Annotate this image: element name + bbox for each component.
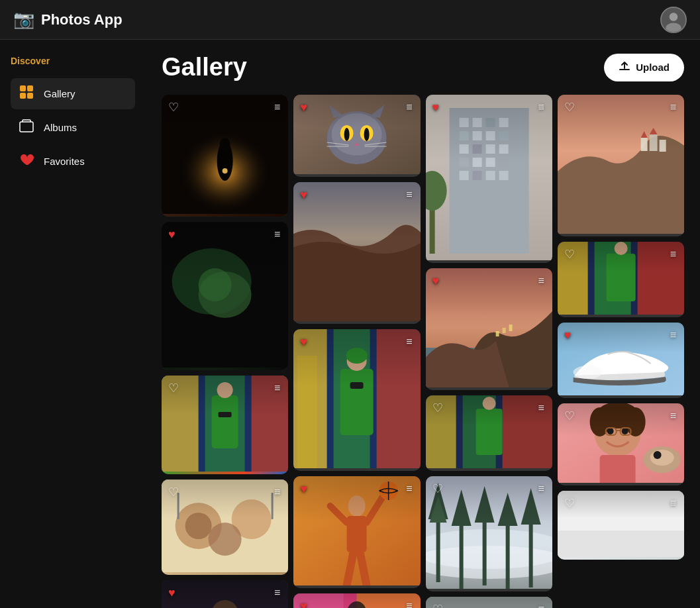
menu-button[interactable]: ≡ — [403, 101, 415, 114]
menu-button[interactable]: ≡ — [403, 335, 415, 348]
menu-button[interactable]: ≡ — [403, 482, 415, 495]
menu-button[interactable]: ≡ — [535, 603, 546, 608]
albums-icon — [19, 119, 34, 136]
photo-col-3: ♥ ≡ — [426, 95, 552, 608]
favorite-button[interactable]: ♥ — [431, 274, 441, 288]
photo-actions: ♥ ≡ — [563, 328, 679, 342]
sidebar-item-gallery[interactable]: Gallery — [11, 78, 135, 109]
albums-label: Albums — [44, 122, 77, 133]
favorite-button[interactable]: ♡ — [167, 100, 180, 115]
menu-button[interactable]: ≡ — [668, 248, 679, 261]
favorite-button[interactable]: ♥ — [431, 100, 441, 115]
main-content: Gallery Upload — [146, 40, 700, 608]
favorites-icon — [19, 152, 34, 170]
photo-actions: ♡ ≡ — [563, 247, 679, 262]
upload-button[interactable]: Upload — [604, 54, 684, 81]
photo-actions: ♡ ≡ — [167, 381, 283, 395]
app-title: Photos App — [41, 11, 123, 28]
menu-button[interactable]: ≡ — [668, 409, 679, 423]
favorite-button[interactable]: ♥ — [563, 328, 573, 342]
camera-icon: 📷 — [13, 9, 34, 30]
photo-card[interactable]: ♥ ≡ — [293, 593, 420, 608]
photo-actions: ♥ ≡ — [299, 100, 415, 115]
app-header: 📷 Photos App — [0, 0, 700, 40]
menu-button[interactable]: ≡ — [535, 482, 546, 495]
photo-card[interactable]: ♥ ≡ — [558, 323, 684, 398]
photo-actions: ♡ ≡ — [431, 602, 547, 608]
photo-card[interactable]: ♡ ≡ — [426, 476, 552, 591]
photo-card[interactable]: ♥ ≡ — [162, 222, 288, 370]
photo-card[interactable]: ♥ ≡ — [293, 95, 420, 177]
photo-card[interactable]: ♡ ≡ — [558, 242, 684, 317]
photo-card[interactable]: ♥ ≡ — [293, 182, 420, 324]
menu-button[interactable]: ≡ — [272, 381, 283, 395]
favorite-button[interactable]: ♡ — [431, 401, 444, 415]
favorite-button[interactable]: ♥ — [299, 187, 309, 202]
photo-actions: ♡ ≡ — [563, 496, 679, 511]
svg-rect-7 — [20, 122, 33, 132]
menu-button[interactable]: ≡ — [272, 485, 283, 499]
photo-col-1: ♡ ≡ ♥ — [162, 95, 288, 608]
photo-col-2: ♥ ≡ — [293, 95, 420, 608]
photo-card[interactable]: ♡ ≡ — [162, 376, 288, 474]
menu-button[interactable]: ≡ — [668, 101, 679, 114]
menu-button[interactable]: ≡ — [535, 401, 546, 415]
menu-button[interactable]: ≡ — [272, 586, 283, 599]
favorite-button[interactable]: ♡ — [563, 409, 576, 423]
menu-button[interactable]: ≡ — [668, 329, 679, 342]
favorite-button[interactable]: ♡ — [431, 481, 444, 496]
menu-button[interactable]: ≡ — [272, 101, 283, 114]
photo-card[interactable]: ♥ ≡ — [293, 329, 420, 471]
menu-button[interactable]: ≡ — [403, 188, 415, 201]
photo-card[interactable]: ♡ ≡ — [558, 95, 684, 236]
photo-actions: ♡ ≡ — [431, 481, 547, 496]
favorite-button[interactable]: ♡ — [167, 485, 180, 499]
photo-card[interactable]: ♡ ≡ — [558, 491, 684, 560]
photo-card[interactable]: ♡ ≡ — [426, 395, 552, 471]
photo-card[interactable]: ♥ ≡ — [426, 268, 552, 390]
photo-col-4: ♡ ≡ — [558, 95, 684, 608]
photo-card[interactable]: ♡ ≡ — [426, 597, 552, 608]
favorite-button[interactable]: ♥ — [299, 599, 309, 608]
upload-label: Upload — [636, 62, 670, 73]
photo-actions: ♥ ≡ — [299, 334, 415, 349]
favorite-button[interactable]: ♡ — [167, 381, 180, 395]
photo-card[interactable]: ♡ ≡ — [162, 95, 288, 217]
favorite-button[interactable]: ♡ — [563, 247, 576, 262]
avatar[interactable] — [660, 7, 687, 33]
photo-card[interactable]: ♡ ≡ — [558, 403, 684, 485]
favorite-button[interactable]: ♥ — [299, 334, 309, 349]
favorite-button[interactable]: ♡ — [563, 496, 576, 511]
gallery-label: Gallery — [44, 88, 75, 99]
photo-actions: ♥ ≡ — [431, 100, 547, 115]
menu-button[interactable]: ≡ — [668, 497, 679, 510]
svg-rect-5 — [20, 93, 26, 99]
svg-rect-4 — [27, 85, 33, 91]
photo-actions: ♥ ≡ — [299, 599, 415, 608]
main-header: Gallery Upload — [162, 53, 684, 81]
favorite-button[interactable]: ♥ — [167, 227, 177, 242]
favorite-button[interactable]: ♡ — [563, 100, 576, 115]
photo-actions: ♥ ≡ — [167, 585, 283, 600]
sidebar-item-albums[interactable]: Albums — [11, 112, 135, 143]
menu-button[interactable]: ≡ — [403, 599, 415, 608]
app-body: Discover Gallery Albums — [0, 40, 700, 608]
photo-actions: ♥ ≡ — [299, 187, 415, 202]
svg-point-2 — [666, 23, 681, 33]
favorite-button[interactable]: ♡ — [431, 602, 444, 608]
photo-card[interactable]: ♡ ≡ — [162, 480, 288, 575]
photo-actions: ♥ ≡ — [167, 227, 283, 242]
gallery-icon — [19, 85, 34, 103]
menu-button[interactable]: ≡ — [535, 101, 546, 114]
photo-card[interactable]: ♥ ≡ — [426, 95, 552, 263]
favorite-button[interactable]: ♥ — [167, 585, 177, 600]
menu-button[interactable]: ≡ — [535, 274, 546, 287]
photo-card[interactable]: ♥ ≡ — [162, 580, 288, 608]
sidebar-item-favorites[interactable]: Favorites — [11, 146, 135, 177]
favorite-button[interactable]: ♥ — [299, 100, 309, 115]
photo-actions: ♡ ≡ — [563, 100, 679, 115]
photo-card[interactable]: ♥ ≡ — [293, 476, 420, 588]
photo-actions: ♡ ≡ — [167, 100, 283, 115]
favorite-button[interactable]: ♥ — [299, 481, 309, 496]
menu-button[interactable]: ≡ — [272, 228, 283, 241]
